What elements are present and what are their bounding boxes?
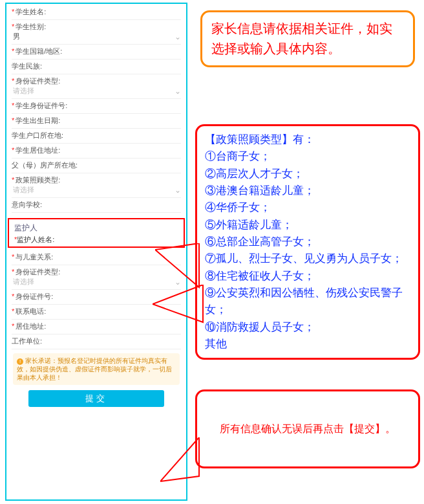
required-mark: * [12, 77, 14, 85]
callout-policy-types: 【政策照顾类型】有： ①台商子女；②高层次人才子女；③港澳台籍适龄儿童；④华侨子… [195, 124, 420, 360]
required-mark: * [12, 307, 14, 315]
pledge-text: 家长承诺：预报名登记时提供的所有证件均真实有效，如因提供伪造、虚假证件而影响孩子… [17, 357, 172, 381]
required-mark: * [12, 8, 14, 16]
label-text: 监护人姓名: [17, 236, 54, 243]
label-text: 学生民族: [12, 62, 42, 70]
label-text: 学生身份证件号: [16, 102, 67, 109]
field-parent-property[interactable]: 父（母）房产所在地: [12, 159, 181, 173]
label-text: 意向学校: [12, 201, 42, 208]
label-text: 学生姓名: [16, 8, 46, 16]
policy-item: ⑥总部企业高管子女； [205, 234, 410, 250]
guardian-section-title: 监护人 [12, 220, 181, 235]
label-text: 身份证件类型: [16, 268, 60, 276]
callout-guardian-info: 家长信息请依据相关证件，如实选择或输入具体内容。 [200, 10, 415, 67]
field-policy-type[interactable]: *政策照顾类型: 请选择 ⌄ [12, 173, 181, 198]
field-student-nationality[interactable]: *学生国籍/地区: [12, 45, 181, 60]
field-residence[interactable]: *学生居住地址: [12, 144, 181, 159]
label-text: 学生出生日期: [16, 116, 60, 124]
policy-item: 其他 [205, 336, 410, 353]
field-guardian-id-number[interactable]: *身份证件号: [12, 290, 181, 305]
form-container: *学生姓名: *学生性别: 男 ⌄ *学生国籍/地区: 学生民族: *身份证件类… [6, 4, 186, 407]
policy-item: ①台商子女； [205, 148, 410, 165]
chevron-down-icon: ⌄ [175, 186, 181, 195]
policy-item: ⑦孤儿、烈士子女、见义勇为人员子女； [205, 250, 410, 267]
field-guardian-id-type[interactable]: *身份证件类型: 请选择 ⌄ [12, 265, 181, 290]
label-text: 工作单位: [12, 337, 42, 345]
label-text: 学生国籍/地区: [16, 47, 62, 55]
required-mark: * [12, 23, 14, 30]
required-mark: * [12, 176, 14, 184]
policy-title: 【政策照顾类型】有： [205, 131, 410, 148]
policy-item: ②高层次人才子女； [205, 166, 410, 182]
field-id-type[interactable]: *身份证件类型: 请选择 ⌄ [12, 74, 181, 99]
callout-text: 所有信息确认无误后再点击【提交】。 [220, 422, 396, 436]
required-mark: * [12, 47, 14, 55]
pledge-box: !家长承诺：预报名登记时提供的所有证件均真实有效，如因提供伪造、虚假证件而影响孩… [13, 353, 180, 385]
submit-button[interactable]: 提交 [28, 390, 164, 407]
field-guardian-phone[interactable]: *联系电话: [12, 305, 181, 320]
label-text: 学生居住地址: [16, 146, 60, 154]
placeholder-text: 请选择 [12, 277, 34, 287]
mobile-form-frame: *学生姓名: *学生性别: 男 ⌄ *学生国籍/地区: 学生民族: *身份证件类… [5, 3, 187, 501]
field-student-gender[interactable]: *学生性别: 男 ⌄ [12, 20, 181, 45]
required-mark: * [12, 102, 14, 109]
label-text: 学生性别: [16, 23, 46, 30]
guardian-highlight-box: 监护人 *监护人姓名: [8, 218, 185, 248]
chevron-down-icon: ⌄ [175, 32, 181, 41]
gender-value: 男 [12, 32, 20, 41]
callout-submit-confirm: 所有信息确认无误后再点击【提交】。 [195, 389, 420, 468]
chevron-down-icon: ⌄ [175, 87, 181, 96]
field-hukou[interactable]: 学生户口所在地: [12, 129, 181, 144]
field-guardian-work[interactable]: 工作单位: [12, 334, 181, 349]
policy-list: ①台商子女；②高层次人才子女；③港澳台籍适龄儿童；④华侨子女；⑤外籍适龄儿童；⑥… [205, 148, 410, 353]
field-relation[interactable]: *与儿童关系: [12, 250, 181, 265]
label-text: 与儿童关系: [16, 253, 53, 261]
field-guardian-name[interactable]: *监护人姓名: [12, 235, 181, 245]
placeholder-text: 请选择 [12, 86, 34, 96]
required-mark: * [12, 292, 14, 300]
label-text: 身份证件类型: [16, 77, 60, 85]
policy-item: ⑩消防救援人员子女； [205, 319, 410, 336]
chevron-down-icon: ⌄ [175, 278, 181, 287]
placeholder-text: 请选择 [12, 185, 34, 195]
field-guardian-address[interactable]: *居住地址: [12, 320, 181, 334]
label-text: 政策照顾类型: [16, 176, 60, 184]
policy-item: ③港澳台籍适龄儿童； [205, 182, 410, 199]
field-birth-date[interactable]: *学生出生日期: [12, 114, 181, 129]
required-mark: * [12, 268, 14, 276]
policy-item: ④华侨子女； [205, 199, 410, 216]
field-id-number[interactable]: *学生身份证件号: [12, 99, 181, 114]
callout-text: 家长信息请依据相关证件，如实选择或输入具体内容。 [211, 21, 392, 56]
field-student-ethnicity[interactable]: 学生民族: [12, 60, 181, 74]
label-text: 联系电话: [16, 307, 46, 315]
field-student-name[interactable]: *学生姓名: [12, 5, 181, 20]
required-mark: * [12, 322, 14, 330]
required-mark: * [12, 146, 14, 154]
label-text: 居住地址: [16, 322, 46, 330]
policy-item: ⑤外籍适龄儿童； [205, 217, 410, 234]
label-text: 学生户口所在地: [12, 131, 63, 139]
policy-item: ⑧住宅被征收人子女； [205, 268, 410, 285]
policy-item: ⑨公安英烈和因公牺牲、伤残公安民警子女； [205, 285, 410, 319]
warning-icon: ! [17, 358, 23, 365]
label-text: 身份证件号: [16, 292, 53, 300]
label-text: 父（母）房产所在地: [12, 161, 78, 169]
field-intent-school[interactable]: 意向学校: [12, 198, 181, 213]
required-mark: * [12, 253, 14, 261]
required-mark: * [12, 116, 14, 124]
